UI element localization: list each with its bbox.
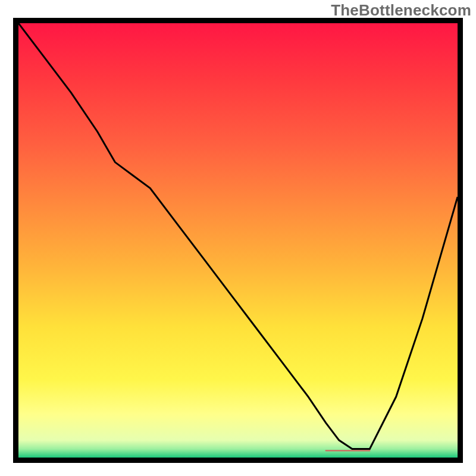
watermark-text: TheBottleneckcom [331, 1, 471, 20]
plot-frame [13, 18, 463, 463]
figure-root: TheBottleneckcom [0, 0, 476, 476]
plot-area [18, 23, 458, 458]
bottleneck-chart-svg [18, 23, 458, 458]
gradient-background [18, 23, 458, 458]
